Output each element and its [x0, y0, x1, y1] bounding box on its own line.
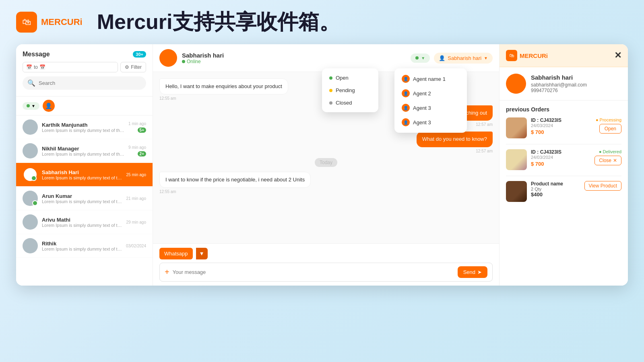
sidebar: Message 30+ 📅 to 📅 ⚙ Filter 🔍	[16, 44, 153, 286]
add-attachment-button[interactable]: +	[165, 267, 169, 277]
calendar-icon2: 📅	[39, 64, 45, 70]
sidebar-title: Message	[23, 51, 50, 58]
message-input[interactable]	[173, 269, 454, 275]
close-order-button[interactable]: Close ✕	[594, 156, 621, 165]
status-filter-dropdown[interactable]: ▼	[23, 102, 39, 110]
order-divider	[506, 176, 621, 176]
customer-name: Sabharish hari	[531, 74, 587, 81]
order-id: ID : CJ4323IS	[531, 149, 590, 155]
contact-item[interactable]: Rithik Lorem Ipsum is simply dummy text …	[16, 234, 153, 258]
closed-dot	[329, 101, 332, 105]
order-image	[506, 117, 527, 138]
chat-user-avatar	[159, 49, 177, 67]
online-status-dot	[182, 60, 185, 63]
contact-item[interactable]: Nikhil Manager Lorem Ipsum is simply dum…	[16, 139, 153, 163]
contact-item[interactable]: Arun Kumar Lorem Ipsum is simply dummy t…	[16, 187, 153, 210]
chat-footer: Whatsapp ▼ + Send ➤	[153, 243, 499, 286]
contact-meta: 9 min ago 2+	[128, 145, 146, 157]
agent-icon: 👤	[402, 75, 410, 83]
logo-icon: 🛍	[16, 12, 37, 33]
open-dot	[329, 76, 332, 80]
message-text: Hello, I want to make enquiries about yo…	[159, 78, 288, 95]
contact-meta: 03/02/2024	[126, 244, 146, 248]
search-bar[interactable]: 🔍	[23, 76, 146, 90]
chat-header-actions: ▼ 👤 Sabharish hari ▼	[411, 53, 493, 64]
contact-item-active[interactable]: Sabharish Hari Lorem Ipsum is simply dum…	[16, 163, 153, 187]
mercuri-name: MERCURi	[520, 52, 548, 59]
message-text: What do you need to know?	[417, 132, 493, 147]
close-panel-button[interactable]: ✕	[614, 50, 621, 61]
agent-select-dropdown[interactable]: 👤 Sabharish hari ▼	[434, 53, 493, 64]
avatar	[23, 191, 38, 206]
chat-user-name: Sabharish hari	[182, 52, 406, 59]
order-image	[506, 181, 527, 202]
chevron-down-icon: ▼	[484, 56, 488, 60]
contact-meta: 21 min ago	[126, 196, 146, 201]
order-id: ID : CJ4323IS	[531, 117, 592, 123]
status-pending-item[interactable]: Pending	[325, 84, 375, 97]
main-ui: Message 30+ 📅 to 📅 ⚙ Filter 🔍	[16, 44, 628, 286]
dot-icon: ●	[599, 149, 602, 154]
orders-title: previous Orders	[506, 106, 621, 113]
chat-user-info: Sabharish hari Online	[182, 52, 406, 64]
message-text: I want to know if the price is negotiabl…	[159, 172, 311, 188]
calendar-icon: 📅	[26, 64, 32, 70]
agent-icon: 👤	[402, 104, 410, 112]
logo-area: 🛍 MERCURi	[16, 12, 83, 33]
mercuri-logo: 🛍 MERCURi	[506, 50, 614, 61]
order-image	[506, 149, 527, 170]
product-price: $400	[531, 191, 580, 197]
status-closed-item[interactable]: Closed	[325, 97, 375, 109]
avatar	[23, 119, 38, 135]
status-toggle-button[interactable]: ▼	[411, 53, 430, 63]
order-actions: ● Processing Open	[596, 117, 621, 134]
dot-icon: ●	[596, 117, 599, 122]
contact-info: Nikhil Manager Lorem Ipsum is simply dum…	[42, 146, 124, 156]
order-divider	[506, 144, 621, 144]
page-header: 🛍 MERCURi Mercuri支持共享收件箱。	[0, 0, 644, 44]
message-count-badge: 30+	[133, 51, 146, 58]
contact-info: Karthik Manjunath Lorem Ipsum is simply …	[42, 122, 124, 133]
chat-area: Sabharish hari Online ▼ 👤 Sabharish hari…	[153, 44, 499, 286]
contact-info: Rithik Lorem Ipsum is simply dummy text …	[42, 241, 122, 251]
avatar	[23, 238, 38, 253]
avatar	[23, 167, 38, 182]
status-open-item[interactable]: Open	[325, 72, 375, 84]
order-item: ID : CJ4323IS 24/03/2024 $ 700 ● Deliver…	[506, 149, 621, 170]
product-name: Product name	[531, 181, 580, 187]
customer-info: Sabharish hari sabharishhari@gmail.com 9…	[500, 67, 628, 101]
filter-icon: ⚙	[125, 64, 129, 70]
avatar	[23, 214, 38, 230]
status-dot	[415, 56, 419, 60]
whatsapp-chevron-button[interactable]: ▼	[196, 248, 208, 259]
agent-avatar: 👤	[43, 100, 55, 112]
contact-item[interactable]: Arivu Mathi Lorem Ipsum is simply dummy …	[16, 210, 153, 234]
search-icon: 🔍	[27, 79, 35, 87]
status-dropdown-menu: Open Pending Closed	[322, 68, 378, 112]
right-panel-header: 🛍 MERCURi ✕	[500, 44, 628, 67]
product-qty: 2 Qty	[531, 187, 580, 191]
contact-meta: 29 min ago	[126, 220, 146, 224]
order-price: $ 700	[531, 161, 590, 167]
contact-meta: 1 min ago 5+	[128, 121, 146, 133]
agent-item-1[interactable]: 👤 Agent name 1	[398, 72, 464, 86]
contact-info: Sabharish Hari Lorem Ipsum is simply dum…	[42, 169, 122, 180]
agent-item-2[interactable]: 👤 Agent 2	[398, 86, 464, 101]
order-actions: View Product	[584, 181, 621, 191]
search-input[interactable]	[39, 80, 141, 86]
agent-item-3[interactable]: 👤 Agent 3	[398, 101, 464, 115]
filter-button[interactable]: ⚙ Filter	[120, 62, 146, 72]
agent-item-4[interactable]: 👤 Agent 3	[398, 115, 464, 130]
status-badge: ● Processing	[596, 117, 621, 122]
send-button[interactable]: Send ➤	[458, 266, 487, 278]
contact-info: Arun Kumar Lorem Ipsum is simply dummy t…	[42, 193, 122, 204]
contact-item[interactable]: Karthik Manjunath Lorem Ipsum is simply …	[16, 115, 153, 139]
view-product-button[interactable]: View Product	[584, 181, 621, 191]
customer-phone: 9994770276	[531, 88, 587, 93]
whatsapp-button[interactable]: Whatsapp	[159, 248, 193, 259]
status-row: ▼ 👤	[16, 97, 153, 115]
agent-icon: 👤	[402, 118, 410, 126]
message-bubble-left: Hello, I want to make enquiries about yo…	[159, 78, 288, 101]
filter-input[interactable]: 📅 to 📅	[23, 62, 118, 72]
open-order-button[interactable]: Open	[599, 124, 621, 134]
